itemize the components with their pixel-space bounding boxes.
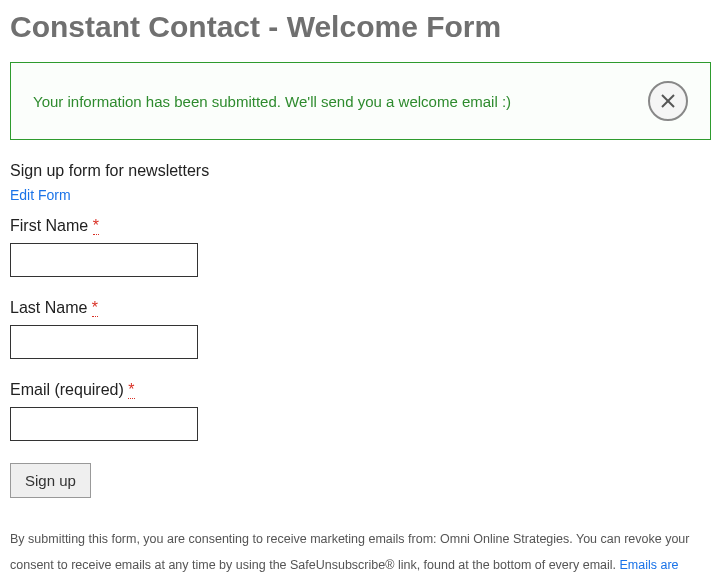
- email-input[interactable]: [10, 407, 198, 441]
- first-name-label-text: First Name: [10, 217, 88, 234]
- signup-button[interactable]: Sign up: [10, 463, 91, 498]
- email-label: Email (required) *: [10, 381, 711, 399]
- email-group: Email (required) *: [10, 381, 711, 441]
- alert-message: Your information has been submitted. We'…: [33, 93, 511, 110]
- page-title: Constant Contact - Welcome Form: [10, 10, 711, 44]
- required-mark: *: [93, 217, 99, 235]
- required-mark: *: [92, 299, 98, 317]
- first-name-input[interactable]: [10, 243, 198, 277]
- success-alert: Your information has been submitted. We'…: [10, 62, 711, 140]
- last-name-label: Last Name *: [10, 299, 711, 317]
- disclaimer-text: By submitting this form, you are consent…: [10, 526, 711, 585]
- last-name-input[interactable]: [10, 325, 198, 359]
- last-name-group: Last Name *: [10, 299, 711, 359]
- close-alert-button[interactable]: [648, 81, 688, 121]
- form-intro-text: Sign up form for newsletters: [10, 162, 711, 180]
- email-label-text: Email (required): [10, 381, 124, 398]
- edit-form-link[interactable]: Edit Form: [10, 187, 71, 203]
- required-mark: *: [128, 381, 134, 399]
- first-name-group: First Name *: [10, 217, 711, 277]
- first-name-label: First Name *: [10, 217, 711, 235]
- disclaimer-body: By submitting this form, you are consent…: [10, 532, 689, 572]
- close-icon: [661, 94, 675, 108]
- last-name-label-text: Last Name: [10, 299, 87, 316]
